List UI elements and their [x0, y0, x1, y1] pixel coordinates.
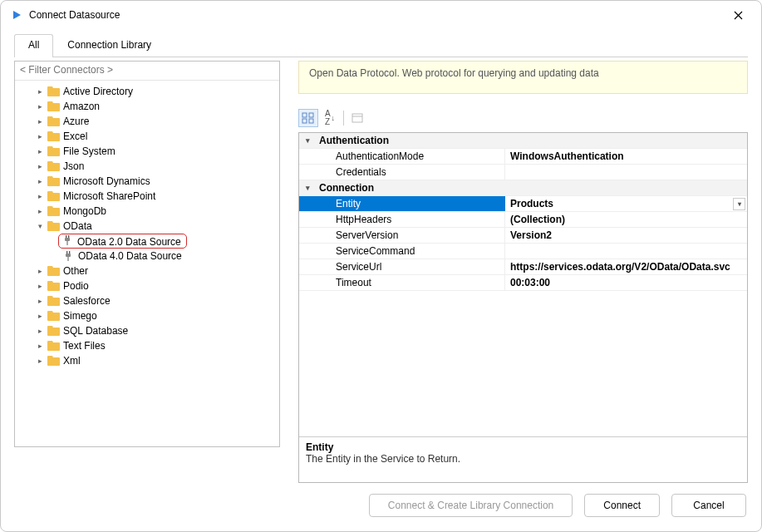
chevron-icon: ▸ [35, 117, 45, 126]
tree-folder[interactable]: ▸Excel [17, 129, 278, 144]
tree-folder[interactable]: ▸Json [17, 159, 278, 174]
property-row[interactable]: Timeout00:03:00 [299, 275, 747, 291]
tree-folder[interactable]: ▸Microsoft Dynamics [17, 174, 278, 189]
folder-label: Json [63, 160, 84, 172]
property-pages-button[interactable] [347, 109, 367, 127]
svg-rect-10 [302, 119, 307, 123]
tree-folder[interactable]: ▸Salesforce [17, 293, 278, 308]
property-row[interactable]: ServerVersionVersion2 [299, 228, 747, 244]
dialog-footer: Connect & Create Library Connection Conn… [1, 483, 761, 531]
property-value[interactable] [505, 165, 747, 180]
tree-folder[interactable]: ▸Text Files [17, 338, 278, 353]
folder-label: Simego [63, 310, 97, 322]
close-button[interactable] [723, 3, 753, 27]
connector-tree[interactable]: ▸Active Directory▸Amazon▸Azure▸Excel▸Fil… [15, 81, 279, 446]
property-name: AuthenticationMode [316, 149, 505, 164]
chevron-icon: ▸ [35, 282, 45, 290]
folder-label: Text Files [63, 340, 106, 352]
close-icon [734, 11, 743, 20]
property-row[interactable]: AuthenticationModeWindowsAuthentication [299, 149, 747, 165]
tree-folder[interactable]: ▸Amazon [17, 99, 278, 114]
svg-rect-2 [65, 238, 70, 241]
folder-icon [47, 220, 60, 232]
svg-rect-8 [302, 113, 307, 117]
folder-label: OData [63, 220, 92, 232]
app-play-icon [11, 9, 22, 21]
folder-icon [47, 205, 60, 217]
property-value[interactable]: WindowsAuthentication [505, 149, 747, 164]
chevron-icon: ▸ [35, 342, 45, 350]
tree-folder[interactable]: ▸File System [17, 144, 278, 159]
tree-folder[interactable]: ▸Simego [17, 308, 278, 323]
property-category[interactable]: ▾Connection [299, 180, 747, 196]
window-title: Connect Datasource [29, 9, 120, 21]
tree-folder[interactable]: ▸Podio [17, 278, 278, 293]
folder-icon [47, 310, 60, 322]
tree-item[interactable]: OData 4.0 Data Source [17, 249, 278, 264]
tab-all[interactable]: All [14, 34, 53, 57]
property-row[interactable]: ServiceCommand [299, 244, 747, 259]
folder-icon [47, 160, 60, 172]
tree-folder[interactable]: ▸Active Directory [17, 84, 278, 99]
folder-label: Microsoft SharePoint [63, 190, 155, 202]
folder-icon [47, 190, 60, 202]
property-category[interactable]: ▾Authentication [299, 133, 747, 149]
filter-input[interactable] [20, 64, 274, 76]
property-row[interactable]: ServiceUrlhttps://services.odata.org/V2/… [299, 259, 747, 275]
property-rows[interactable]: ▾AuthenticationAuthenticationModeWindows… [299, 133, 747, 436]
tree-folder[interactable]: ▸MongoDb [17, 204, 278, 219]
category-label: Authentication [316, 133, 505, 148]
folder-label: MongoDb [63, 205, 106, 217]
titlebar: Connect Datasource [1, 1, 761, 29]
folder-label: Xml [63, 355, 81, 367]
svg-rect-0 [66, 235, 66, 238]
categorized-button[interactable] [298, 109, 318, 127]
property-name: ServiceUrl [316, 259, 505, 274]
folder-label: Podio [63, 280, 89, 292]
property-value[interactable]: https://services.odata.org/V2/OData/ODat… [505, 259, 747, 274]
tree-folder[interactable]: ▸Azure [17, 114, 278, 129]
folder-label: Salesforce [63, 295, 111, 307]
tree-folder[interactable]: ▸SQL Database [17, 323, 278, 338]
alphabetical-button[interactable]: AZ ↓ [320, 109, 340, 127]
tree-folder[interactable]: ▸Other [17, 264, 278, 278]
connect-create-library-button[interactable]: Connect & Create Library Connection [369, 494, 573, 517]
property-value[interactable]: Products▾ [505, 196, 747, 211]
right-panel: Open Data Protocol. Web protocol for que… [298, 61, 748, 483]
property-name: Credentials [316, 165, 505, 180]
folder-icon [47, 175, 60, 187]
tree-folder[interactable]: ▸Xml [17, 353, 278, 368]
content-area: All Connection Library ▸Active Directory… [1, 29, 761, 483]
property-name: Entity [316, 196, 505, 211]
folder-icon [47, 116, 60, 127]
property-row[interactable]: HttpHeaders(Collection) [299, 212, 747, 228]
folder-icon [47, 325, 60, 337]
property-row[interactable]: Credentials [299, 165, 747, 180]
connect-button[interactable]: Connect [584, 494, 660, 517]
property-row[interactable]: EntityProducts▾ [299, 196, 747, 212]
sort-az-icon: AZ [325, 110, 331, 126]
tree-item[interactable]: OData 2.0 Data Source [17, 234, 278, 249]
svg-rect-7 [67, 257, 68, 261]
tree-folder[interactable]: ▾OData [17, 219, 278, 234]
cancel-button[interactable]: Cancel [671, 494, 746, 517]
property-name: Timeout [316, 275, 505, 290]
property-value[interactable]: (Collection) [505, 212, 747, 227]
tab-connection-library[interactable]: Connection Library [53, 34, 165, 57]
folder-icon [47, 145, 60, 157]
property-value[interactable]: 00:03:00 [505, 275, 747, 290]
chevron-down-icon: ▾ [299, 180, 316, 195]
chevron-icon: ▸ [35, 102, 45, 111]
property-name: HttpHeaders [316, 212, 505, 227]
folder-icon [47, 265, 60, 277]
folder-label: SQL Database [63, 325, 128, 337]
property-value[interactable] [505, 244, 747, 259]
folder-label: Azure [63, 116, 89, 127]
folder-label: File System [63, 145, 116, 157]
chevron-icon: ▸ [35, 357, 45, 365]
property-value[interactable]: Version2 [505, 228, 747, 243]
folder-label: Amazon [63, 101, 100, 112]
dropdown-arrow-icon[interactable]: ▾ [733, 198, 745, 210]
tree-folder[interactable]: ▸Microsoft SharePoint [17, 189, 278, 204]
arrow-down-icon: ↓ [332, 114, 336, 122]
